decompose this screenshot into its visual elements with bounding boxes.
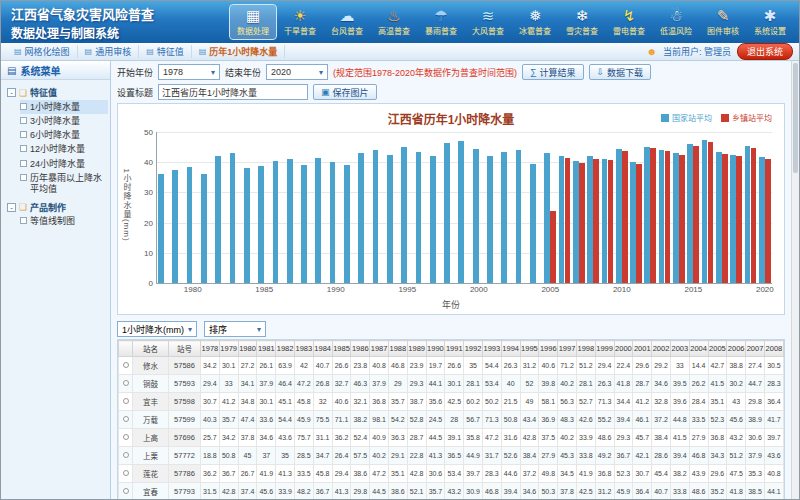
- value-cell: 45.9: [294, 411, 313, 429]
- tree-group-feature-values[interactable]: -❏特征值: [7, 85, 108, 100]
- value-cell: 30.1: [219, 357, 238, 375]
- value-cell: 37.4: [238, 483, 257, 500]
- value-cell: 41.2: [219, 393, 238, 411]
- nav-tab-hourly-precip[interactable]: ▤历年1小时降水量: [192, 45, 286, 58]
- bar-national-avg: [573, 161, 579, 283]
- toolbar-item-snow-survey[interactable]: ❄雪灾普查: [559, 5, 605, 39]
- tree-item[interactable]: 24小时降水量: [20, 157, 108, 171]
- toolbar-item-heat-survey[interactable]: ♨高温普查: [371, 5, 417, 39]
- toolbar-item-wind-survey[interactable]: ≋大风普查: [465, 5, 511, 39]
- tree-group-product-making[interactable]: -❏产品制作: [7, 200, 108, 215]
- station-name-cell: 万载: [133, 411, 169, 429]
- download-button[interactable]: ⇩ 数据下载: [589, 64, 652, 80]
- tree-item[interactable]: 历年暴雨以上降水平均值: [20, 171, 108, 197]
- checkbox-icon[interactable]: [20, 103, 27, 110]
- toolbar-item-drought-survey[interactable]: ☀干旱普查: [277, 5, 323, 39]
- checkbox-icon[interactable]: [20, 117, 27, 124]
- year-column-header: 1984: [313, 341, 332, 357]
- value-cell: 38.6: [388, 483, 407, 500]
- value-cell: 37.5: [539, 429, 558, 447]
- value-cell: 51.2: [576, 357, 595, 375]
- start-year-select[interactable]: 1978: [158, 64, 220, 80]
- bar-national-avg: [644, 147, 650, 283]
- value-cell: 43.2: [445, 483, 464, 500]
- value-cell: 54.4: [276, 411, 295, 429]
- chart-title-input[interactable]: [158, 84, 308, 100]
- bar-township-avg: [608, 160, 614, 283]
- station-name-cell: 宜丰: [133, 393, 169, 411]
- row-radio[interactable]: [123, 362, 129, 368]
- value-cell: 27.9: [689, 429, 708, 447]
- row-radio[interactable]: [123, 488, 129, 494]
- collapse-icon[interactable]: -: [7, 88, 16, 97]
- logout-button[interactable]: 退出系统: [737, 43, 793, 60]
- checkbox-icon[interactable]: [20, 145, 27, 152]
- toolbar-item-hail-survey[interactable]: ❅冰雹普查: [512, 5, 558, 39]
- checkbox-icon[interactable]: [20, 174, 27, 181]
- title-row: 设置标题 ▣ 保存图片: [111, 81, 791, 101]
- end-year-select[interactable]: 2020: [266, 64, 328, 80]
- nav-tab-general-review[interactable]: ▤通用审核: [78, 45, 140, 58]
- value-cell: 45.1: [276, 393, 295, 411]
- value-cell: 28.7: [633, 375, 652, 393]
- row-radio[interactable]: [123, 416, 129, 422]
- nav-tab-label: 网格化绘图: [25, 45, 70, 58]
- checkbox-icon[interactable]: [20, 160, 27, 167]
- scrollbar-thumb[interactable]: [793, 63, 798, 173]
- row-radio[interactable]: [123, 434, 129, 440]
- toolbar-item-system-settings[interactable]: ✱系统设置: [747, 5, 793, 39]
- toolbar-item-typhoon-survey[interactable]: ☁台风普查: [324, 5, 370, 39]
- row-radio[interactable]: [123, 470, 129, 476]
- year-column-header: 1998: [576, 341, 595, 357]
- toolbar-item-rainstorm-survey[interactable]: ☂暴雨普查: [418, 5, 464, 39]
- toolbar-item-lowtemp-risk[interactable]: ☃低温风险: [653, 5, 699, 39]
- value-cell: 31.5: [201, 483, 220, 500]
- bar-township-avg: [593, 159, 599, 283]
- toolbar-item-lightning-survey[interactable]: ↯雷电普查: [606, 5, 652, 39]
- row-radio[interactable]: [123, 452, 129, 458]
- calculate-button[interactable]: ∑ 计算结果: [522, 64, 583, 80]
- tree-item[interactable]: 等值线制图: [20, 215, 108, 229]
- row-radio[interactable]: [123, 380, 129, 386]
- value-cell: 48.3: [558, 411, 577, 429]
- bar-national-avg: [458, 141, 464, 283]
- x-tick-label: 1995: [398, 285, 416, 294]
- sort-select[interactable]: 排序: [204, 321, 266, 337]
- vertical-scrollbar[interactable]: [791, 61, 799, 499]
- station-id-cell: 57598: [169, 393, 201, 411]
- value-cell: 71.2: [558, 357, 577, 375]
- nav-tab-grid-mapping[interactable]: ▤网格化绘图: [7, 45, 78, 58]
- checkbox-icon[interactable]: [20, 217, 27, 224]
- value-cell: 28.1: [464, 375, 483, 393]
- end-year-label: 结束年份: [225, 66, 261, 79]
- row-radio[interactable]: [123, 398, 129, 404]
- y-axis-label: 1小时降水量(mm): [121, 168, 132, 241]
- value-cell: 40.6: [332, 393, 351, 411]
- bar-national-avg: [587, 156, 593, 283]
- tree-item[interactable]: 6小时降水量: [20, 129, 108, 143]
- save-image-button[interactable]: ▣ 保存图片: [313, 84, 377, 100]
- row-select-cell: [119, 357, 133, 375]
- bar-township-avg: [765, 159, 771, 283]
- metric-select[interactable]: 1小时降水(mm): [117, 321, 197, 337]
- tree-item[interactable]: 3小时降水量: [20, 114, 108, 128]
- checkbox-icon[interactable]: [20, 131, 27, 138]
- tree-item[interactable]: 12小时降水量: [20, 143, 108, 157]
- nav-tab-feature-values[interactable]: ▤特征值: [139, 45, 192, 58]
- tree-item[interactable]: 1小时降水量: [20, 100, 108, 114]
- toolbar-item-map-review[interactable]: ✎图件审核: [700, 5, 746, 39]
- value-cell: 40.8: [764, 465, 783, 483]
- value-cell: 36.7: [219, 465, 238, 483]
- x-tick-label: 2020: [756, 285, 774, 294]
- bar-township-avg: [751, 148, 757, 283]
- value-cell: 37.9: [746, 447, 765, 465]
- toolbar-item-data-processing[interactable]: ▦数据处理: [230, 5, 276, 39]
- value-cell: 34.8: [238, 393, 257, 411]
- bar-national-avg: [473, 149, 479, 283]
- sub-bar: ▤网格化绘图▤通用审核▤特征值▤历年1小时降水量 ☻ 当前用户: 管理员 退出系…: [1, 43, 799, 61]
- value-cell: 39.6: [670, 393, 689, 411]
- collapse-icon[interactable]: -: [7, 203, 16, 212]
- value-cell: 26.3: [595, 375, 614, 393]
- bar-national-avg: [630, 162, 636, 283]
- heat-survey-icon: ♨: [371, 7, 417, 24]
